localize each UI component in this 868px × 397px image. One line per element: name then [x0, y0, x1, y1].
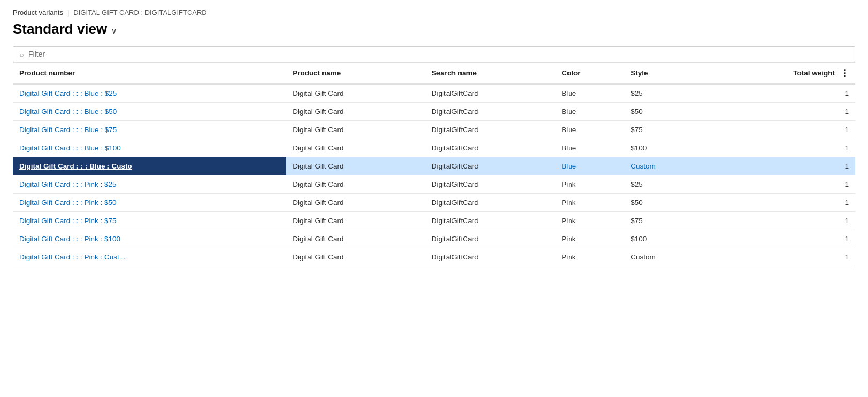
- breadcrumb-link[interactable]: Product variants: [13, 9, 63, 17]
- breadcrumb-separator: |: [67, 9, 69, 17]
- color-cell: Pink: [555, 212, 624, 230]
- style-cell: $100: [624, 230, 706, 248]
- product-number-link[interactable]: Digital Gift Card : : : Pink : $25: [19, 180, 117, 188]
- search-name-cell: DigitalGiftCard: [425, 230, 555, 248]
- col-header-total-weight: Total weight ⋮: [706, 63, 855, 85]
- search-name-cell: DigitalGiftCard: [425, 212, 555, 230]
- product-name-cell: Digital Gift Card: [286, 248, 425, 266]
- search-name-cell: DigitalGiftCard: [425, 175, 555, 194]
- product-name-cell: Digital Gift Card: [286, 157, 425, 175]
- table-row[interactable]: Digital Gift Card : : : Pink : $25Digita…: [13, 175, 855, 194]
- color-cell: Blue: [555, 139, 624, 157]
- product-number-cell: Digital Gift Card : : : Pink : $100: [13, 230, 286, 248]
- page-title: Standard view: [13, 21, 107, 37]
- style-cell: $75: [624, 212, 706, 230]
- product-number-link[interactable]: Digital Gift Card : : : Blue : $25: [19, 89, 117, 97]
- product-name-cell: Digital Gift Card: [286, 194, 425, 212]
- table-row[interactable]: Digital Gift Card : : : Pink : Cust...Di…: [13, 248, 855, 266]
- product-number-cell: Digital Gift Card : : : Pink : $25: [13, 175, 286, 194]
- color-cell: Pink: [555, 194, 624, 212]
- style-cell: $50: [624, 194, 706, 212]
- filter-input[interactable]: [28, 50, 848, 58]
- table-header-row: Product number Product name Search name …: [13, 63, 855, 85]
- color-cell: Pink: [555, 248, 624, 266]
- product-name-cell: Digital Gift Card: [286, 103, 425, 121]
- search-icon: ⌕: [20, 50, 24, 58]
- table-row[interactable]: Digital Gift Card : : : Blue : $50Digita…: [13, 103, 855, 121]
- product-number-cell: Digital Gift Card : : : Pink : Cust...: [13, 248, 286, 266]
- table-row[interactable]: Digital Gift Card : : : Blue : $75Digita…: [13, 121, 855, 139]
- page-title-row: Standard view ∨: [13, 21, 855, 37]
- search-name-cell: DigitalGiftCard: [425, 84, 555, 103]
- product-name-cell: Digital Gift Card: [286, 84, 425, 103]
- product-number-cell: Digital Gift Card : : : Blue : $25: [13, 84, 286, 103]
- product-name-cell: Digital Gift Card: [286, 212, 425, 230]
- style-cell: Custom: [624, 157, 706, 175]
- product-number-cell: Digital Gift Card : : : Pink : $50: [13, 194, 286, 212]
- search-name-cell: DigitalGiftCard: [425, 248, 555, 266]
- product-name-cell: Digital Gift Card: [286, 139, 425, 157]
- total-weight-cell: 1: [706, 84, 855, 103]
- style-cell: $50: [624, 103, 706, 121]
- product-number-cell: Digital Gift Card : : : Blue : $100: [13, 139, 286, 157]
- color-cell: Blue: [555, 121, 624, 139]
- total-weight-cell: 1: [706, 103, 855, 121]
- total-weight-cell: 1: [706, 212, 855, 230]
- product-number-link[interactable]: Digital Gift Card : : : Blue : $100: [19, 144, 121, 152]
- color-cell: Blue: [555, 84, 624, 103]
- page-container: Product variants | DIGITAL GIFT CARD : D…: [0, 0, 868, 397]
- filter-bar: ⌕: [13, 46, 855, 62]
- color-cell: Pink: [555, 230, 624, 248]
- style-cell: $100: [624, 139, 706, 157]
- col-header-color: Color: [555, 63, 624, 85]
- style-cell: $75: [624, 121, 706, 139]
- total-weight-cell: 1: [706, 139, 855, 157]
- search-name-cell: DigitalGiftCard: [425, 157, 555, 175]
- title-chevron-icon[interactable]: ∨: [111, 27, 117, 35]
- style-cell: Custom: [624, 248, 706, 266]
- table-row[interactable]: Digital Gift Card : : : Pink : $100Digit…: [13, 230, 855, 248]
- total-weight-cell: 1: [706, 175, 855, 194]
- product-number-link[interactable]: Digital Gift Card : : : Pink : $75: [19, 217, 117, 225]
- col-header-style: Style: [624, 63, 706, 85]
- search-name-cell: DigitalGiftCard: [425, 139, 555, 157]
- product-number-cell: Digital Gift Card : : : Pink : $75: [13, 212, 286, 230]
- style-cell: $25: [624, 175, 706, 194]
- style-cell: $25: [624, 84, 706, 103]
- product-number-link[interactable]: Digital Gift Card : : : Pink : $50: [19, 198, 117, 207]
- total-weight-cell: 1: [706, 230, 855, 248]
- table-row[interactable]: Digital Gift Card : : : Pink : $50Digita…: [13, 194, 855, 212]
- table-row[interactable]: Digital Gift Card : : : Blue : CustoDigi…: [13, 157, 855, 175]
- search-name-cell: DigitalGiftCard: [425, 121, 555, 139]
- product-number-link[interactable]: Digital Gift Card : : : Blue : $50: [19, 108, 117, 116]
- total-weight-cell: 1: [706, 248, 855, 266]
- color-cell: Blue: [555, 157, 624, 175]
- product-number-cell: Digital Gift Card : : : Blue : $75: [13, 121, 286, 139]
- total-weight-cell: 1: [706, 157, 855, 175]
- product-name-cell: Digital Gift Card: [286, 175, 425, 194]
- product-number-cell: Digital Gift Card : : : Blue : $50: [13, 103, 286, 121]
- search-name-cell: DigitalGiftCard: [425, 103, 555, 121]
- col-header-product-name: Product name: [286, 63, 425, 85]
- product-name-cell: Digital Gift Card: [286, 230, 425, 248]
- variants-table: Product number Product name Search name …: [13, 62, 855, 266]
- table-row[interactable]: Digital Gift Card : : : Pink : $75Digita…: [13, 212, 855, 230]
- breadcrumb: Product variants | DIGITAL GIFT CARD : D…: [13, 9, 855, 17]
- product-name-cell: Digital Gift Card: [286, 121, 425, 139]
- product-number-link[interactable]: Digital Gift Card : : : Blue : Custo: [19, 162, 132, 170]
- table-row[interactable]: Digital Gift Card : : : Blue : $25Digita…: [13, 84, 855, 103]
- col-header-search-name: Search name: [425, 63, 555, 85]
- color-cell: Blue: [555, 103, 624, 121]
- table-row[interactable]: Digital Gift Card : : : Blue : $100Digit…: [13, 139, 855, 157]
- product-number-link[interactable]: Digital Gift Card : : : Pink : $100: [19, 235, 120, 243]
- product-number-link[interactable]: Digital Gift Card : : : Blue : $75: [19, 126, 117, 134]
- table-body: Digital Gift Card : : : Blue : $25Digita…: [13, 84, 855, 266]
- product-number-link[interactable]: Digital Gift Card : : : Pink : Cust...: [19, 253, 125, 261]
- color-cell: Pink: [555, 175, 624, 194]
- product-number-cell: Digital Gift Card : : : Blue : Custo: [13, 157, 286, 175]
- search-name-cell: DigitalGiftCard: [425, 194, 555, 212]
- total-weight-cell: 1: [706, 121, 855, 139]
- column-menu-icon[interactable]: ⋮: [840, 68, 849, 78]
- breadcrumb-current: DIGITAL GIFT CARD : DIGITALGIFTCARD: [73, 9, 206, 17]
- total-weight-cell: 1: [706, 194, 855, 212]
